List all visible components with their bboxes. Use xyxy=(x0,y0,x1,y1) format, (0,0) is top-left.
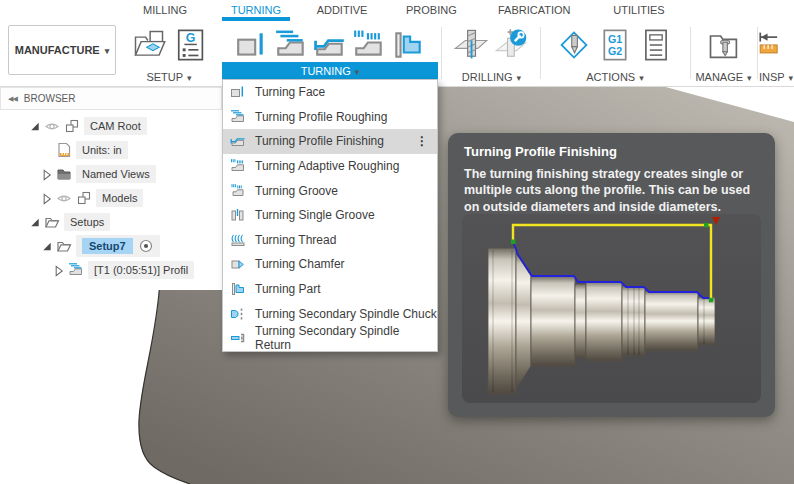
workspace-switcher[interactable]: MANUFACTURE xyxy=(8,25,116,75)
setup-sheet-icon[interactable] xyxy=(638,27,674,63)
browser-item-units-in[interactable]: Units: in xyxy=(0,138,222,162)
radio-selected-icon[interactable] xyxy=(138,238,154,254)
browser-item-label: Setup7 xyxy=(82,238,133,254)
setup-folder-icon xyxy=(56,238,73,255)
turning-group-label[interactable]: TURNING xyxy=(222,62,438,79)
menu-item-label: Turning Secondary Spindle Chuck xyxy=(255,307,437,321)
tab-additive[interactable]: ADDITIVE xyxy=(315,0,369,21)
browser-item-models[interactable]: Models xyxy=(0,186,222,210)
browser-item-setup7[interactable]: Setup7 xyxy=(0,234,222,258)
menu-item-label: Turning Single Groove xyxy=(255,208,375,222)
tab-utilities[interactable]: UTILITIES xyxy=(611,0,667,21)
menu-item-label: Turning Secondary Spindle Return xyxy=(255,324,437,352)
group-label[interactable]: SETUP xyxy=(118,68,220,85)
tab-fabrication[interactable]: FABRICATION xyxy=(498,0,570,21)
drilling-modify-icon[interactable] xyxy=(494,27,530,63)
svg-text:G: G xyxy=(185,31,195,45)
caret-down-icon xyxy=(105,44,110,56)
triangle-collapsed-icon[interactable] xyxy=(40,192,53,205)
turning-face-icon[interactable] xyxy=(235,28,269,62)
browser-item-setups[interactable]: Setups xyxy=(0,210,222,234)
eye-icon[interactable] xyxy=(44,118,61,135)
caret-down-icon xyxy=(747,71,752,83)
inspection-icon[interactable] xyxy=(758,27,794,63)
browser-item-label: Named Views xyxy=(76,165,156,183)
browser-item-named-views[interactable]: Named Views xyxy=(0,162,222,186)
menu-item-turning-chamfer[interactable]: Turning Chamfer xyxy=(223,252,437,277)
menu-item-turning-secondary-spindle-chuck[interactable]: Turning Secondary Spindle Chuck xyxy=(223,301,437,326)
group-label-text: ACTIONS xyxy=(586,71,635,83)
triangle-collapsed-icon[interactable] xyxy=(52,264,65,277)
simulate-icon[interactable] xyxy=(556,27,592,63)
tab-label: FABRICATION xyxy=(498,4,571,16)
caret-down-icon xyxy=(517,71,522,83)
tool-library-icon[interactable] xyxy=(706,27,742,63)
menu-item-turning-adaptive-roughing[interactable]: Turning Adaptive Roughing xyxy=(223,154,437,179)
ribbon-group-drilling: DRILLING xyxy=(443,24,540,84)
turning-group-label-text: TURNING xyxy=(301,65,351,77)
triangle-expanded-icon[interactable] xyxy=(28,216,41,229)
setup-icon[interactable] xyxy=(131,27,167,63)
browser-item-label: Units: in xyxy=(76,141,128,159)
tab-label: TURNING xyxy=(231,4,281,16)
tooltip-preview-image xyxy=(462,214,761,403)
turning-secondary-spindle-chuck-icon xyxy=(230,306,246,322)
browser-item-label: Setups xyxy=(64,213,110,231)
tooltip-panel: Turning Profile Finishing The turning fi… xyxy=(448,133,775,417)
triangle-expanded-icon[interactable] xyxy=(28,120,41,133)
gcode-document-icon[interactable]: G xyxy=(172,27,208,63)
group-label-text: MANAGE xyxy=(695,71,743,83)
turning-face-icon xyxy=(230,84,246,100)
browser-item-label: [T1 (0:05:51)] Profil xyxy=(88,261,194,279)
browser-item-cam-root[interactable]: CAM Root xyxy=(0,114,222,138)
turning-profile-roughing-icon xyxy=(230,109,246,125)
menu-item-turning-profile-roughing[interactable]: Turning Profile Roughing xyxy=(223,105,437,130)
menu-item-label: Turning Chamfer xyxy=(255,257,345,271)
ribbon-group-setup: GSETUP xyxy=(118,24,220,84)
menu-item-label: Turning Thread xyxy=(255,233,336,247)
drilling-icon[interactable] xyxy=(453,27,489,63)
menu-item-turning-part[interactable]: Turning Part xyxy=(223,277,437,302)
setup-folder-icon xyxy=(44,214,61,231)
named-views-icon xyxy=(56,166,73,183)
more-options-icon[interactable] xyxy=(416,137,428,146)
group-label-text: INSP xyxy=(759,71,785,83)
collapse-panel-icon[interactable] xyxy=(8,95,17,103)
triangle-expanded-icon[interactable] xyxy=(40,240,53,253)
menu-item-turning-single-groove[interactable]: Turning Single Groove xyxy=(223,203,437,228)
turning-single-groove-icon xyxy=(230,207,246,223)
turning-adaptive-roughing-icon[interactable] xyxy=(352,28,386,62)
group-label[interactable]: DRILLING xyxy=(443,68,540,85)
tab-turning[interactable]: TURNING xyxy=(222,0,290,21)
turning-profile-finishing-icon xyxy=(230,133,246,149)
menu-item-turning-face[interactable]: Turning Face xyxy=(223,80,437,105)
group-label[interactable]: INSP xyxy=(758,68,794,84)
group-label[interactable]: MANAGE xyxy=(690,68,757,85)
menu-item-turning-secondary-spindle-return[interactable]: Turning Secondary Spindle Return xyxy=(223,326,437,351)
turning-part-icon[interactable] xyxy=(391,28,425,62)
svg-text:G2: G2 xyxy=(608,45,622,57)
ribbon-group-insp: INSP xyxy=(758,24,794,84)
browser-item-pill: Setup7 xyxy=(76,235,160,257)
component-cubes-icon xyxy=(76,190,93,207)
browser-item-label: CAM Root xyxy=(84,117,147,135)
group-label[interactable]: ACTIONS xyxy=(540,68,690,85)
turning-menu-body: Turning FaceTurning Profile RoughingTurn… xyxy=(222,79,438,352)
triangle-collapsed-icon[interactable] xyxy=(40,168,53,181)
post-process-icon[interactable]: G1G2 xyxy=(597,27,633,63)
menu-item-turning-profile-finishing[interactable]: Turning Profile Finishing xyxy=(223,129,437,154)
units-document-icon xyxy=(56,142,73,159)
turning-dropdown-menu: TURNING Turning FaceTurning Profile Roug… xyxy=(222,62,438,352)
tab-probing[interactable]: PROBING xyxy=(406,0,454,21)
menu-item-turning-groove[interactable]: Turning Groove xyxy=(223,178,437,203)
tree-spacer xyxy=(40,144,53,157)
menu-item-turning-thread[interactable]: Turning Thread xyxy=(223,228,437,253)
turning-profile-roughing-icon[interactable] xyxy=(274,28,308,62)
turning-profile-finishing-icon[interactable] xyxy=(313,28,347,62)
ribbon-group-manage: MANAGE xyxy=(690,24,757,84)
tooltip-title: Turning Profile Finishing xyxy=(448,133,775,159)
tab-milling[interactable]: MILLING xyxy=(141,0,189,21)
tab-label: ADDITIVE xyxy=(317,4,368,16)
browser-item-t1-0-05-51-profil[interactable]: [T1 (0:05:51)] Profil xyxy=(0,258,222,282)
eye-icon[interactable] xyxy=(56,190,73,207)
